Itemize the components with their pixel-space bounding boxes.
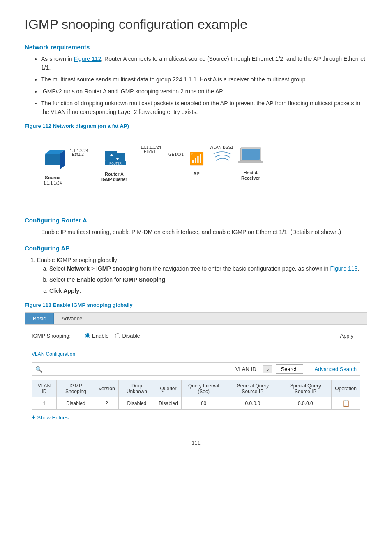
substep-a: Select Network > IGMP snooping from the …: [49, 264, 367, 273]
apply-button[interactable]: Apply: [333, 331, 360, 341]
operation-icon[interactable]: 📋: [342, 400, 350, 407]
network-requirements-heading: Network requirements: [25, 44, 367, 51]
svg-text:Receiver: Receiver: [241, 176, 261, 181]
tab-basic[interactable]: Basic: [25, 313, 54, 324]
advanced-search-link[interactable]: Advanced Search: [314, 366, 357, 372]
figure113-title: Figure 113 Enable IGMP snooping globally: [25, 302, 367, 308]
svg-text:📶: 📶: [189, 151, 205, 166]
page-number: 111: [25, 440, 367, 446]
cell-igmp-snooping: Disabled: [57, 397, 95, 410]
figure112-title: Figure 112 Network diagram (on a fat AP): [25, 123, 367, 129]
configuring-router-section: Configuring Router A Enable IP multicast…: [25, 217, 367, 236]
col-version: Version: [95, 380, 118, 397]
tab-advance[interactable]: Advance: [54, 313, 90, 324]
col-operation: Operation: [332, 380, 360, 397]
col-drop-unknown: Drop Unknown: [118, 380, 155, 397]
page-title: IGMP snooping configuration example: [25, 16, 367, 32]
cell-query-interval: 60: [181, 397, 226, 410]
divider: [32, 348, 360, 348]
list-item: As shown in Figure 112, Router A connect…: [41, 55, 367, 72]
vlan-id-label: VLAN ID: [235, 366, 256, 372]
col-query-interval: Query Interval (Sec): [181, 380, 226, 397]
configuring-ap-heading: Configuring AP: [25, 245, 367, 252]
table-header: VLAN ID IGMP Snooping Version Drop Unkno…: [32, 380, 360, 397]
svg-rect-0: [45, 154, 60, 165]
step-list: Enable IGMP snooping globally: Select Ne…: [37, 256, 367, 295]
substep-c: Click Apply.: [49, 287, 367, 295]
disable-radio[interactable]: [115, 333, 120, 338]
svg-rect-24: [242, 149, 260, 160]
svg-text:1.1.1.1/24: 1.1.1.1/24: [44, 181, 62, 185]
table-row: 1 Disabled 2 Disabled Disabled 60 0.0.0.…: [32, 397, 360, 410]
configuring-router-text: Enable IP multicast routing, enable PIM-…: [41, 228, 367, 236]
svg-text:1.1.1.2/24: 1.1.1.2/24: [70, 148, 88, 153]
list-item: The multicast source sends multicast dat…: [41, 75, 367, 84]
col-querier: Querier: [155, 380, 182, 397]
figure113-link[interactable]: Figure 113: [330, 265, 357, 272]
svg-text:ROUTER: ROUTER: [109, 162, 122, 165]
svg-text:Eth1/1: Eth1/1: [144, 149, 156, 154]
figure112-link[interactable]: Figure 112: [74, 56, 101, 62]
table-body: 1 Disabled 2 Disabled Disabled 60 0.0.0.…: [32, 397, 360, 410]
svg-text:Source: Source: [45, 175, 60, 180]
svg-text:Host A: Host A: [243, 170, 258, 175]
igmp-ui-panel: Basic Advance IGMP Snooping: Enable Disa…: [25, 312, 367, 427]
disable-radio-label[interactable]: Disable: [115, 333, 140, 339]
search-bar: 🔍 VLAN ID ⌄ Search | Advanced Search: [32, 362, 360, 376]
svg-text:IGMP querier: IGMP querier: [101, 177, 127, 182]
cell-operation[interactable]: 📋: [332, 397, 360, 410]
list-item: IGMPv2 runs on Router A and IGMP snoopin…: [41, 87, 367, 96]
col-special-query-src: Special Query Source IP: [279, 380, 332, 397]
enable-label: Enable: [92, 333, 108, 339]
cell-version: 2: [95, 397, 118, 410]
svg-text:AP: AP: [193, 171, 199, 176]
col-igmp-snooping: IGMP Snooping: [57, 380, 95, 397]
svg-text:WLAN-BSS1: WLAN-BSS1: [210, 145, 233, 150]
radio-group: Enable Disable: [85, 333, 140, 339]
configuring-ap-section: Configuring AP Enable IGMP snooping glob…: [25, 245, 367, 427]
igmp-snooping-label: IGMP Snooping:: [32, 333, 77, 339]
igmp-snooping-row: IGMP Snooping: Enable Disable Apply: [32, 331, 360, 341]
substep-list: Select Network > IGMP snooping from the …: [49, 264, 367, 295]
tab-bar: Basic Advance: [25, 313, 367, 325]
step-1: Enable IGMP snooping globally: Select Ne…: [37, 256, 367, 295]
network-requirements-list: As shown in Figure 112, Router A connect…: [41, 55, 367, 116]
svg-rect-25: [238, 161, 263, 163]
show-entries[interactable]: + Show Entries: [32, 414, 360, 421]
cell-drop-unknown: Disabled: [118, 397, 155, 410]
svg-text:GE1/0/1: GE1/0/1: [168, 152, 184, 157]
plus-icon: +: [32, 414, 35, 421]
separator: |: [308, 366, 310, 373]
enable-radio[interactable]: [85, 333, 90, 338]
step1-label: Enable IGMP snooping globally:: [37, 257, 119, 263]
vlan-config-label: VLAN Configuration: [32, 351, 360, 359]
enable-radio-label[interactable]: Enable: [85, 333, 108, 339]
list-item: The function of dropping unknown multica…: [41, 99, 367, 116]
dropdown-arrow[interactable]: ⌄: [263, 365, 272, 373]
show-entries-label: Show Entries: [37, 415, 69, 421]
diagram-svg: Source 1.1.1.1/24 Eth1/2 1.1.1.2/24 ROUT…: [33, 141, 321, 195]
substep-b: Select the Enable option for IGMP Snoopi…: [49, 276, 367, 284]
cell-general-query-src: 0.0.0.0: [226, 397, 279, 410]
col-vlan-id: VLAN ID: [32, 380, 57, 397]
ui-body: IGMP Snooping: Enable Disable Apply VLAN…: [25, 325, 367, 427]
network-diagram: Source 1.1.1.1/24 Eth1/2 1.1.1.2/24 ROUT…: [25, 133, 367, 209]
network-requirements-section: Network requirements As shown in Figure …: [25, 44, 367, 209]
search-icon: 🔍: [35, 366, 42, 373]
cell-special-query-src: 0.0.0.0: [279, 397, 332, 410]
vlan-table: VLAN ID IGMP Snooping Version Drop Unkno…: [32, 380, 360, 410]
cell-vlan-id: 1: [32, 397, 57, 410]
disable-label: Disable: [122, 333, 140, 339]
search-button[interactable]: Search: [276, 364, 303, 374]
col-general-query-src: General Query Source IP: [226, 380, 279, 397]
svg-text:Router A: Router A: [105, 171, 124, 176]
svg-text:10.1.1.1/24: 10.1.1.1/24: [141, 145, 161, 150]
configuring-router-heading: Configuring Router A: [25, 217, 367, 224]
cell-querier: Disabled: [155, 397, 182, 410]
